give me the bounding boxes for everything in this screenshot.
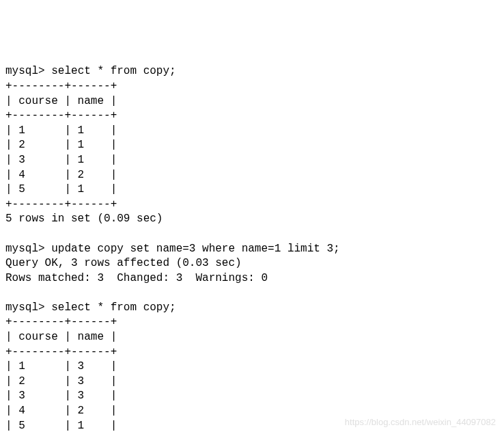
terminal-output: mysql> select * from copy; +--------+---… bbox=[5, 64, 499, 434]
table-row: | 2 | 1 | bbox=[5, 139, 117, 151]
sql-command: update copy set name=3 where name=1 limi… bbox=[51, 243, 339, 255]
table-row: | 3 | 3 | bbox=[5, 390, 117, 402]
table-row: | 3 | 1 | bbox=[5, 154, 117, 166]
table-border: +--------+------+ bbox=[5, 80, 117, 92]
sql-command: select * from copy; bbox=[51, 301, 176, 314]
result-line: Rows matched: 3 Changed: 3 Warnings: 0 bbox=[5, 272, 268, 284]
table-row: | 5 | 1 | bbox=[5, 183, 117, 195]
table-header: | course | name | bbox=[5, 331, 117, 343]
result-footer: 5 rows in set (0.09 sec) bbox=[5, 213, 163, 225]
table-row: | 4 | 2 | bbox=[5, 405, 117, 417]
mysql-prompt[interactable]: mysql> bbox=[5, 65, 45, 77]
table-row: | 5 | 1 | bbox=[5, 420, 117, 432]
table-row: | 2 | 3 | bbox=[5, 375, 117, 388]
table-row: | 1 | 3 | bbox=[5, 360, 117, 372]
table-row: | 4 | 2 | bbox=[5, 169, 117, 181]
table-border: +--------+------+ bbox=[5, 316, 117, 328]
table-border: +--------+------+ bbox=[5, 198, 117, 211]
table-border: +--------+------+ bbox=[5, 109, 117, 122]
mysql-prompt[interactable]: mysql> bbox=[5, 243, 45, 255]
result-line: Query OK, 3 rows affected (0.03 sec) bbox=[5, 257, 242, 269]
sql-command: select * from copy; bbox=[51, 65, 176, 77]
table-row: | 1 | 1 | bbox=[5, 124, 117, 137]
table-header: | course | name | bbox=[5, 95, 117, 107]
table-border: +--------+------+ bbox=[5, 346, 117, 358]
mysql-prompt[interactable]: mysql> bbox=[5, 301, 45, 314]
